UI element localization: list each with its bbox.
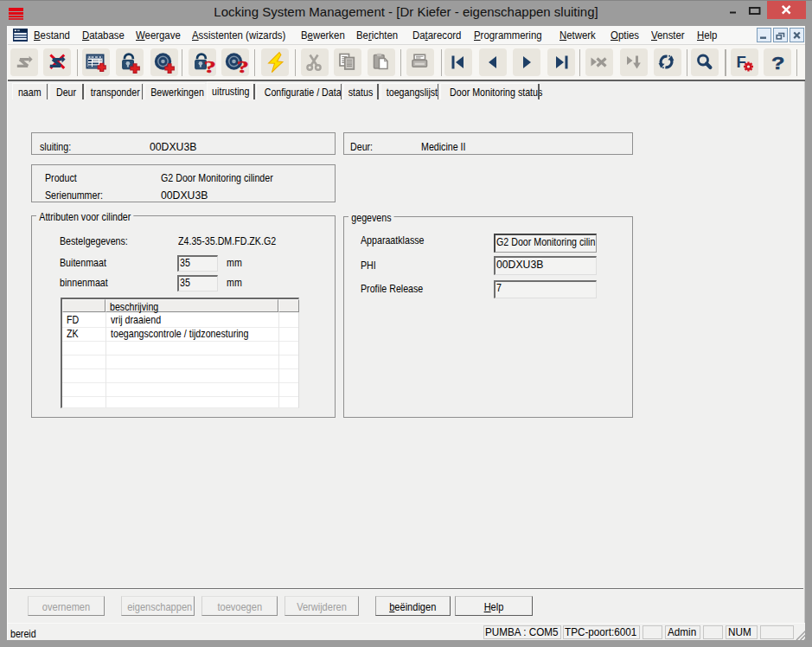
- svg-text:?: ?: [771, 52, 784, 73]
- svg-text:?: ?: [203, 58, 215, 76]
- svg-text:?: ?: [236, 58, 248, 76]
- svg-text:F: F: [736, 52, 745, 70]
